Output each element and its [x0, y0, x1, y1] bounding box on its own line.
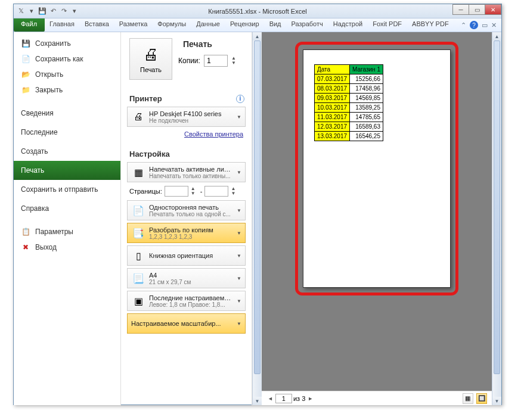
- info-icon[interactable]: i: [236, 95, 244, 103]
- nav-help[interactable]: Справка: [14, 199, 120, 218]
- setting-scaling-main: Настраиваемое масштабир...: [131, 320, 233, 327]
- setting-sheets-sub: Напечатать только активны...: [149, 173, 233, 179]
- table-row: 08.03.201717458,96: [315, 84, 383, 94]
- tab-data[interactable]: Данные: [191, 18, 225, 32]
- sheets-icon: ▦: [131, 165, 145, 179]
- ribbon-close-icon[interactable]: ✕: [491, 21, 497, 29]
- tab-abbyy[interactable]: ABBYY PDF: [407, 18, 454, 32]
- maximize-button[interactable]: ▭: [469, 4, 485, 15]
- tab-addins[interactable]: Надстрой: [328, 18, 368, 32]
- nav-options[interactable]: 📋Параметры: [14, 224, 120, 239]
- tab-foxit[interactable]: Foxit PDF: [368, 18, 407, 32]
- backstage-view: 💾Сохранить 📄Сохранить как 📂Открыть 📁Закр…: [14, 32, 501, 405]
- chevron-down-icon: ▼: [237, 276, 241, 281]
- scroll-down-icon[interactable]: ▼: [253, 397, 262, 405]
- printer-status: Не подключен: [149, 117, 233, 124]
- setting-oneside[interactable]: 📄 Односторонняя печать Печатать только н…: [127, 200, 246, 220]
- page-next-button[interactable]: ►: [306, 396, 314, 402]
- page-to-input[interactable]: [204, 186, 228, 197]
- save-icon[interactable]: 💾: [38, 7, 47, 16]
- minimize-button[interactable]: ─: [452, 4, 469, 15]
- printer-name: HP Deskjet F4100 series: [149, 110, 233, 117]
- chevron-down-icon: ▼: [237, 114, 241, 120]
- nav-recent-label: Последние: [21, 128, 58, 136]
- zoom-to-page-button[interactable]: 🔲: [476, 393, 487, 404]
- nav-save-as[interactable]: 📄Сохранить как: [14, 51, 120, 67]
- nav-save-send[interactable]: Сохранить и отправить: [14, 180, 120, 199]
- scroll-up-icon[interactable]: ▲: [253, 32, 262, 41]
- scroll-thumb[interactable]: [494, 41, 500, 374]
- nav-info[interactable]: Сведения: [14, 104, 120, 123]
- undo-icon[interactable]: ↶: [48, 7, 58, 16]
- print-button[interactable]: 🖨 Печать: [129, 38, 172, 80]
- options-icon: 📋: [21, 227, 30, 237]
- tab-formulas[interactable]: Формулы: [153, 18, 191, 32]
- nav-exit[interactable]: ✖Выход: [14, 239, 120, 255]
- redo-icon[interactable]: ↷: [59, 7, 69, 16]
- copies-label: Копии:: [178, 57, 200, 65]
- preview-scrollbar[interactable]: ▲ ▼: [492, 32, 501, 405]
- copies-input[interactable]: [204, 55, 228, 67]
- ribbon-restore-icon[interactable]: ▭: [482, 21, 488, 29]
- nav-save[interactable]: 💾Сохранить: [14, 36, 120, 51]
- tab-developer[interactable]: Разработч: [287, 18, 328, 32]
- nav-exit-label: Выход: [35, 243, 57, 251]
- setting-scaling[interactable]: Настраиваемое масштабир... ▼: [127, 313, 246, 334]
- setting-paper-main: A4: [149, 272, 233, 279]
- setting-margins[interactable]: ▣ Последние настраиваемые ... Левое: 1,8…: [127, 291, 246, 311]
- show-margins-button[interactable]: ▦: [463, 393, 473, 404]
- current-page-input[interactable]: [275, 394, 292, 403]
- paper-icon: 📃: [131, 271, 145, 285]
- close-button[interactable]: ✕: [485, 4, 501, 15]
- nav-close-label: Закрыть: [35, 86, 63, 94]
- tab-insert[interactable]: Вставка: [80, 18, 114, 32]
- nav-open[interactable]: 📂Открыть: [14, 67, 120, 82]
- chevron-down-icon: ▼: [237, 298, 241, 304]
- setting-orientation[interactable]: ▯ Книжная ориентация ▼: [127, 245, 246, 266]
- chevron-down-icon: ▼: [237, 208, 241, 213]
- center-scrollbar[interactable]: ▲ ▼: [252, 32, 262, 405]
- page-from-input[interactable]: [165, 186, 188, 197]
- help-icon[interactable]: ?: [470, 21, 478, 29]
- tab-layout[interactable]: Разметка: [114, 18, 153, 32]
- qat-dropdown-icon[interactable]: ▾: [27, 7, 36, 16]
- page-prev-button[interactable]: ◄: [266, 396, 274, 402]
- window-controls: ─ ▭ ✕: [453, 4, 501, 15]
- ribbon-min-icon[interactable]: ⌃: [461, 21, 466, 29]
- quick-access-toolbar: 𝕏 ▾ 💾 ↶ ↷ ▾: [14, 7, 79, 16]
- printer-icon: 🖨: [143, 45, 159, 64]
- setting-oneside-main: Односторонняя печать: [149, 204, 233, 211]
- table-row: 11.03.201714785,65: [315, 113, 383, 122]
- setting-collate[interactable]: 📑 Разобрать по копиям 1,2,3 1,2,3 1,2,3 …: [127, 223, 246, 243]
- scroll-down-icon[interactable]: ▼: [492, 397, 501, 405]
- qat-more-icon[interactable]: ▾: [70, 7, 79, 16]
- preview-area: Дата Магазин 1 07.03.201715256,66 08.03.…: [262, 32, 492, 391]
- settings-heading-label: Настройка: [129, 150, 170, 158]
- nav-recent[interactable]: Последние: [14, 123, 120, 142]
- setting-what-to-print[interactable]: ▦ Напечатать активные листы Напечатать т…: [127, 162, 246, 182]
- page-nav: ◄ из 3 ►: [266, 394, 314, 403]
- setting-paper-sub: 21 см x 29,7 см: [149, 279, 233, 285]
- col-header-date: Дата: [315, 65, 350, 74]
- setting-margins-main: Последние настраиваемые ...: [149, 294, 233, 301]
- col-header-shop: Магазин 1: [350, 65, 383, 74]
- setting-paper-size[interactable]: 📃 A4 21 см x 29,7 см ▼: [127, 268, 246, 288]
- tab-review[interactable]: Рецензир: [225, 18, 265, 32]
- tab-file[interactable]: Файл: [14, 18, 45, 32]
- nav-close[interactable]: 📁Закрыть: [14, 82, 120, 98]
- settings-section-title: Настройка: [129, 150, 248, 158]
- scroll-up-icon[interactable]: ▲: [492, 32, 501, 41]
- scroll-thumb[interactable]: [254, 41, 261, 374]
- page-to-spinner[interactable]: ▲▼: [231, 186, 238, 196]
- nav-print[interactable]: Печать: [14, 161, 120, 180]
- printer-properties-link[interactable]: Свойства принтера: [125, 129, 248, 141]
- page-from-spinner[interactable]: ▲▼: [191, 186, 198, 196]
- setting-collate-main: Разобрать по копиям: [149, 226, 233, 234]
- tab-home[interactable]: Главная: [45, 18, 80, 32]
- preview-page: Дата Магазин 1 07.03.201715256,66 08.03.…: [303, 49, 451, 288]
- copies-spinner[interactable]: ▲▼: [231, 56, 238, 66]
- open-icon: 📂: [21, 70, 30, 79]
- tab-view[interactable]: Вид: [265, 18, 287, 32]
- nav-new[interactable]: Создать: [14, 142, 120, 161]
- printer-select[interactable]: 🖨 HP Deskjet F4100 series Не подключен ▼: [127, 107, 246, 127]
